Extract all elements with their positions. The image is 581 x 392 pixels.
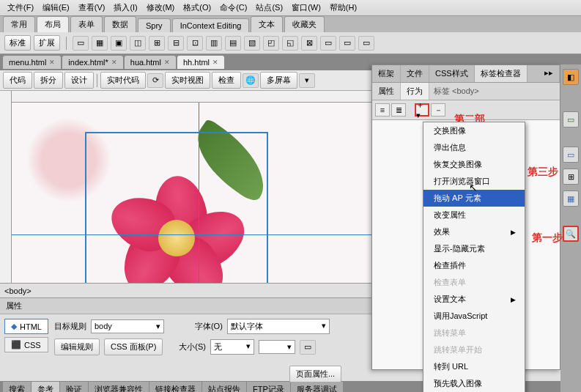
btn-design[interactable]: 设计 [64, 72, 94, 89]
menu-insert[interactable]: 插入(I) [109, 2, 141, 13]
cm-open-browser[interactable]: 打开浏览器窗口 [423, 173, 525, 190]
layout-icon[interactable]: ▤ [225, 36, 241, 51]
file-tab[interactable]: menu.html✕ [3, 56, 61, 69]
list-icon[interactable]: ≡ [375, 103, 390, 117]
cm-goto-url[interactable]: 转到 URL [423, 358, 525, 375]
layout-icon[interactable]: ◫ [130, 36, 146, 51]
cm-set-text[interactable]: 设置文本▶ [423, 291, 525, 308]
unit-select[interactable]: ▾ [259, 340, 295, 354]
selection-box[interactable] [85, 132, 268, 283]
btab-ftp[interactable]: FTP记录 [247, 382, 290, 392]
close-icon[interactable]: ✕ [212, 59, 218, 66]
cm-call-js[interactable]: 调用JavaScript [423, 308, 525, 325]
panel-tab-files[interactable]: 文件 [401, 65, 429, 82]
layout-icon[interactable]: ▣ [111, 36, 127, 51]
panel-menu-icon[interactable]: ▸▸ [539, 65, 560, 82]
layout-icon[interactable]: ▧ [244, 36, 260, 51]
dock-css-icon[interactable]: ◧ [563, 69, 579, 85]
cm-drag-ap[interactable]: 拖动 AP 元素 [423, 190, 525, 207]
btn-expand[interactable]: 扩展 [34, 35, 60, 51]
btn-multiscreen[interactable]: 多屏幕 [260, 72, 297, 89]
subtab-attrs[interactable]: 属性 [372, 83, 401, 100]
prop-tab-css[interactable]: ⬛CSS [4, 337, 48, 352]
dock-tree-icon[interactable]: ⊞ [563, 169, 579, 185]
layout-icon[interactable]: ◰ [263, 36, 279, 51]
layout-icon[interactable]: ◱ [282, 36, 298, 51]
file-tab[interactable]: index.html*✕ [62, 56, 122, 69]
tab-spry[interactable]: Spry [138, 18, 171, 32]
tab-layout[interactable]: 布局 [37, 16, 69, 32]
cm-swap-image[interactable]: 交换图像 [423, 122, 525, 139]
tab-data[interactable]: 数据 [104, 16, 136, 32]
dock-screen-icon[interactable]: ▭ [563, 111, 579, 127]
cm-effects[interactable]: 效果▶ [423, 223, 525, 240]
menu-edit[interactable]: 编辑(E) [38, 2, 74, 13]
tab-ice[interactable]: InContext Editing [172, 18, 250, 32]
rule-select[interactable]: body▾ [91, 319, 164, 333]
size-select[interactable]: 无▾ [210, 339, 254, 355]
layout-icon[interactable]: ▥ [206, 36, 222, 51]
cm-popup[interactable]: 弹出信息 [423, 139, 525, 156]
btab-validate[interactable]: 验证 [60, 382, 88, 392]
font-select[interactable]: 默认字体▾ [227, 319, 330, 334]
btn-inspect[interactable]: 检查 [212, 72, 241, 89]
panel-tab-frames[interactable]: 框架 [372, 65, 401, 82]
close-icon[interactable]: ✕ [49, 59, 55, 66]
btn-code[interactable]: 代码 [3, 72, 32, 89]
menu-command[interactable]: 命令(C) [215, 2, 251, 13]
btn-standard[interactable]: 标准 [4, 35, 31, 51]
tab-common[interactable]: 常用 [3, 16, 35, 32]
tab-forms[interactable]: 表单 [70, 16, 103, 32]
btn-liveview[interactable]: 实时视图 [165, 72, 210, 89]
btab-server[interactable]: 服务器调试 [291, 382, 343, 392]
panel-tab-css[interactable]: CSS样式 [429, 65, 475, 82]
layout-icon[interactable]: ▭ [358, 36, 374, 51]
menu-modify[interactable]: 修改(M) [142, 2, 180, 13]
color-swatch[interactable]: ▭ [300, 340, 316, 355]
add-behavior-button[interactable]: ＋▾ [415, 103, 429, 117]
btn-split[interactable]: 拆分 [34, 72, 63, 89]
menu-window[interactable]: 窗口(W) [287, 2, 325, 13]
close-icon[interactable]: ✕ [111, 59, 117, 66]
dock-blocks-icon[interactable]: ▦ [563, 191, 579, 207]
tag-selector[interactable]: <body> [4, 286, 32, 295]
menu-view[interactable]: 查看(V) [74, 2, 110, 13]
btn-edit-rule[interactable]: 编辑规则 [54, 339, 100, 355]
btn-page-props[interactable]: 页面属性... [289, 366, 341, 382]
btab-search[interactable]: 搜索 [3, 382, 31, 392]
btn-css-panel[interactable]: CSS 面板(P) [104, 339, 163, 355]
layout-icon[interactable]: ⊟ [168, 36, 184, 51]
btab-reference[interactable]: 参考 [32, 382, 59, 392]
prop-tab-html[interactable]: ◆HTML [4, 319, 48, 334]
guide-vertical[interactable] [199, 103, 199, 283]
menu-help[interactable]: 帮助(H) [325, 2, 361, 13]
layout-icon[interactable]: ▭ [320, 36, 336, 51]
cm-restore-swap[interactable]: 恢复交换图像 [423, 156, 525, 173]
layout-icon[interactable]: ▭ [339, 36, 355, 51]
btn-livecode[interactable]: 实时代码 [100, 72, 146, 89]
globe-icon[interactable]: 🌐 [243, 73, 259, 88]
menu-site[interactable]: 站点(S) [251, 2, 287, 13]
btab-links[interactable]: 链接检查器 [149, 382, 201, 392]
cm-change-prop[interactable]: 改变属性 [423, 207, 525, 223]
dock-panel-icon[interactable]: ▭ [563, 147, 579, 163]
subtab-behaviors[interactable]: 行为 [401, 83, 429, 100]
menu-format[interactable]: 格式(O) [179, 2, 215, 13]
refresh-icon[interactable]: ⟳ [147, 73, 163, 88]
btab-compat[interactable]: 浏览器兼容性 [89, 382, 149, 392]
cm-check-plugin[interactable]: 检查插件 [423, 257, 525, 274]
file-tab-active[interactable]: hh.html✕ [177, 56, 224, 69]
tab-text[interactable]: 文本 [251, 16, 283, 32]
remove-behavior-button[interactable]: － [431, 103, 445, 117]
tab-fav[interactable]: 收藏夹 [284, 16, 325, 32]
cm-showhide[interactable]: 显示-隐藏元素 [423, 240, 525, 257]
layout-icon[interactable]: ⊡ [187, 36, 203, 51]
file-tab[interactable]: hua.html✕ [125, 56, 176, 69]
dock-inspector-icon[interactable]: 🔍 [563, 226, 579, 242]
layout-icon[interactable]: ▭ [73, 36, 89, 51]
btab-sitereport[interactable]: 站点报告 [202, 382, 246, 392]
option-icon[interactable]: ▾ [299, 73, 315, 88]
layout-icon[interactable]: ⊠ [301, 36, 317, 51]
list2-icon[interactable]: ≣ [391, 103, 406, 117]
panel-tab-inspector[interactable]: 标签检查器 [475, 65, 528, 82]
